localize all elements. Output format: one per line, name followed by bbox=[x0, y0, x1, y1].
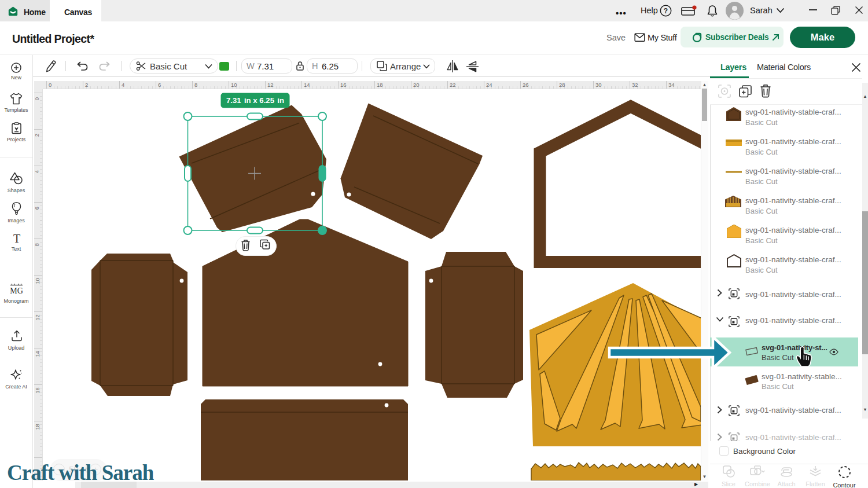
svg-text:7.31 in x 6.25 in: 7.31 in x 6.25 in bbox=[226, 96, 284, 105]
svg-text:MG: MG bbox=[10, 287, 23, 295]
svg-text:?: ? bbox=[664, 7, 668, 15]
